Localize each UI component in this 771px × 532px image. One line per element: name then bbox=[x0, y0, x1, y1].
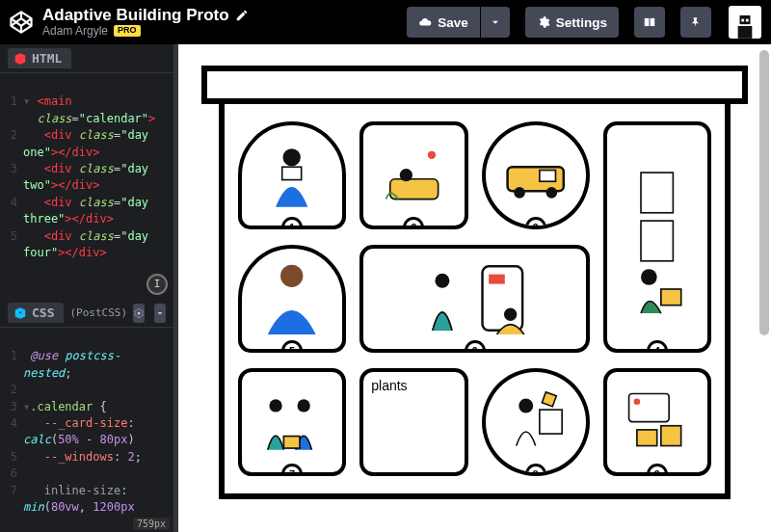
codepen-logo[interactable] bbox=[10, 11, 33, 34]
user-avatar[interactable] bbox=[729, 6, 761, 39]
illustration-camper-van bbox=[495, 135, 575, 215]
card-3[interactable]: 3 bbox=[482, 121, 590, 229]
preview-scrollbar[interactable] bbox=[759, 50, 769, 526]
save-group: Save bbox=[407, 7, 510, 38]
svg-point-34 bbox=[634, 399, 641, 406]
svg-point-26 bbox=[504, 308, 517, 321]
svg-point-17 bbox=[545, 187, 557, 199]
chevron-down-icon bbox=[489, 15, 502, 29]
card-number: 9 bbox=[647, 464, 668, 476]
illustration-boxes-ui bbox=[617, 382, 697, 462]
pro-badge: PRO bbox=[114, 25, 141, 37]
card-plants[interactable]: plants bbox=[359, 368, 467, 476]
pin-icon bbox=[689, 15, 703, 29]
gear-icon bbox=[537, 15, 550, 29]
card-9[interactable]: 9 bbox=[603, 368, 711, 476]
css-preprocessor-label: (PostCSS) bbox=[69, 306, 127, 319]
svg-point-9 bbox=[283, 149, 301, 167]
plants-label: plants bbox=[371, 378, 407, 393]
css-settings-button[interactable] bbox=[133, 304, 145, 323]
editor-column: HTML 1▾ <main class="calendar"> 2 <div c… bbox=[0, 44, 173, 532]
save-button[interactable]: Save bbox=[407, 7, 480, 38]
card-5[interactable]: 5 bbox=[238, 245, 346, 353]
card-number: 1 bbox=[281, 217, 303, 229]
building-roof bbox=[201, 66, 748, 104]
illustration-person-reading bbox=[252, 135, 332, 215]
illustration-person-desk bbox=[495, 382, 575, 462]
chevron-down-icon bbox=[154, 307, 166, 319]
svg-rect-36 bbox=[661, 426, 681, 446]
css-tab[interactable]: * CSS bbox=[8, 303, 64, 323]
edit-title-icon[interactable] bbox=[235, 9, 249, 22]
svg-rect-11 bbox=[389, 179, 438, 200]
card-number: 4 bbox=[647, 340, 668, 353]
pin-button[interactable] bbox=[680, 7, 711, 38]
card-number: 3 bbox=[525, 217, 546, 229]
title-block: Adaptive Building Proto Adam Argyle PRO bbox=[42, 7, 249, 38]
card-4[interactable]: 4 bbox=[603, 121, 711, 353]
card-6[interactable]: 6 bbox=[359, 245, 590, 353]
svg-rect-1 bbox=[651, 18, 655, 26]
illustration-two-people bbox=[252, 382, 332, 462]
card-number: 7 bbox=[281, 464, 303, 476]
svg-rect-31 bbox=[540, 411, 562, 435]
text-cursor-icon: I bbox=[146, 274, 168, 295]
card-number: 2 bbox=[403, 217, 424, 229]
svg-point-28 bbox=[298, 400, 310, 412]
layout-button[interactable] bbox=[634, 7, 665, 38]
svg-point-7 bbox=[138, 311, 141, 314]
svg-point-27 bbox=[270, 400, 282, 412]
card-1[interactable]: 1 bbox=[238, 121, 346, 229]
settings-button[interactable]: Settings bbox=[525, 7, 619, 38]
css-code-editor[interactable]: 1 @use postcss- nested; 2 3▾.calendar { … bbox=[0, 328, 173, 532]
scrollbar-thumb[interactable] bbox=[759, 50, 769, 335]
svg-text:*: * bbox=[18, 310, 21, 316]
card-2[interactable]: 2 bbox=[359, 121, 467, 229]
svg-rect-18 bbox=[641, 173, 673, 213]
save-caret-button[interactable] bbox=[481, 7, 510, 38]
html-icon bbox=[13, 52, 27, 66]
svg-point-20 bbox=[641, 269, 657, 285]
layout-icon bbox=[643, 15, 656, 29]
css-menu-button[interactable] bbox=[154, 304, 166, 323]
html-panel: HTML 1▾ <main class="calendar"> 2 <div c… bbox=[0, 44, 173, 299]
card-number: 5 bbox=[281, 340, 303, 353]
svg-rect-35 bbox=[637, 430, 657, 446]
illustration-person-back bbox=[252, 258, 332, 338]
svg-point-12 bbox=[399, 169, 412, 181]
svg-rect-21 bbox=[661, 289, 681, 306]
css-panel: * CSS (PostCSS) 1 @use postcss- nested; … bbox=[0, 299, 173, 532]
svg-point-16 bbox=[514, 187, 525, 199]
card-number: 6 bbox=[465, 340, 486, 353]
card-number: 8 bbox=[525, 464, 546, 476]
css-panel-header[interactable]: * CSS (PostCSS) bbox=[0, 299, 173, 328]
css-icon: * bbox=[13, 306, 27, 320]
svg-rect-19 bbox=[641, 221, 673, 261]
svg-rect-0 bbox=[645, 18, 650, 26]
svg-rect-5 bbox=[738, 26, 753, 39]
svg-rect-4 bbox=[746, 19, 749, 22]
svg-point-22 bbox=[280, 265, 303, 287]
svg-rect-33 bbox=[629, 394, 670, 422]
preview-pane: 1 2 3 4 5 bbox=[173, 44, 771, 532]
html-tab[interactable]: HTML bbox=[8, 48, 71, 68]
building: 1 2 3 4 5 bbox=[201, 66, 748, 532]
svg-rect-24 bbox=[489, 275, 505, 284]
html-code-editor[interactable]: 1▾ <main class="calendar"> 2 <div class=… bbox=[0, 73, 173, 299]
svg-point-25 bbox=[436, 274, 450, 288]
html-panel-header[interactable]: HTML bbox=[0, 44, 173, 73]
svg-rect-3 bbox=[741, 19, 744, 22]
illustration-person-boxes bbox=[617, 147, 697, 327]
card-7[interactable]: 7 bbox=[238, 368, 346, 476]
author-name[interactable]: Adam Argyle bbox=[42, 25, 108, 38]
svg-rect-29 bbox=[284, 437, 301, 448]
top-bar: Adaptive Building Proto Adam Argyle PRO … bbox=[0, 0, 771, 44]
svg-point-30 bbox=[518, 399, 533, 413]
svg-rect-10 bbox=[282, 168, 302, 180]
svg-rect-32 bbox=[542, 392, 556, 407]
cloud-icon bbox=[418, 15, 432, 29]
illustration-people-phone bbox=[386, 258, 563, 338]
card-8[interactable]: 8 bbox=[482, 368, 590, 476]
illustration-living-room bbox=[374, 135, 454, 215]
pen-title[interactable]: Adaptive Building Proto bbox=[42, 7, 229, 25]
